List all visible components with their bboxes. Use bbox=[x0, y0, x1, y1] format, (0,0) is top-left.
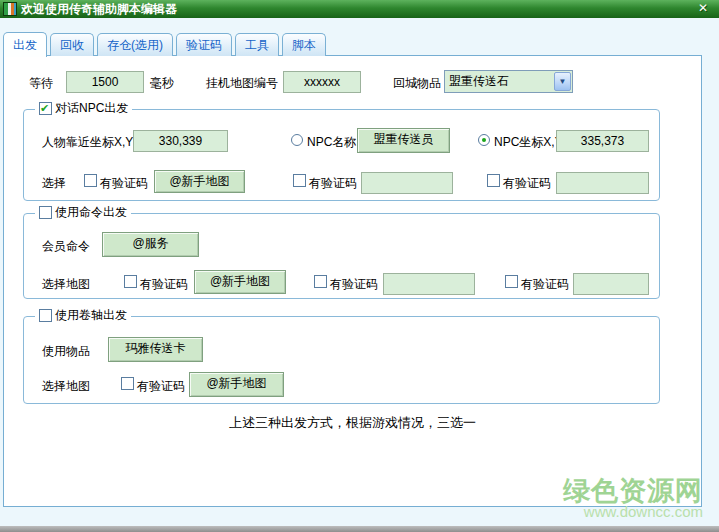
footer-note: 上述三种出发方式，根据游戏情况，三选一 bbox=[4, 414, 701, 432]
map-no-input[interactable]: xxxxxx bbox=[283, 71, 361, 93]
use-item-field[interactable]: 玛雅传送卡 bbox=[108, 337, 203, 362]
select-label: 选择 bbox=[42, 176, 66, 190]
script-editor-window: 欢迎使用传奇辅助脚本编辑器 ✕ 出发 回收 存仓(选用) 验证码 工具 脚本 等… bbox=[0, 0, 719, 532]
select-map-label: 选择地图 bbox=[42, 277, 90, 291]
captcha-label: 有验证码 bbox=[330, 277, 378, 291]
group-cmd-title: 使用命令出发 bbox=[55, 205, 127, 219]
wait-input[interactable]: 1500 bbox=[66, 71, 144, 93]
npc-xy-input[interactable]: 335,373 bbox=[556, 130, 649, 152]
npc-captcha2-checkbox[interactable] bbox=[293, 174, 306, 187]
group-cmd-legend: 使用命令出发 bbox=[35, 205, 131, 219]
captcha-label: 有验证码 bbox=[503, 176, 551, 190]
window-bottom-edge bbox=[0, 526, 719, 532]
tab-script[interactable]: 脚本 bbox=[282, 33, 326, 56]
npc-name-field[interactable]: 盟重传送员 bbox=[357, 128, 450, 153]
npc-captcha3-checkbox[interactable] bbox=[487, 174, 500, 187]
npc-captcha3-input[interactable] bbox=[556, 172, 649, 194]
cmd-map-button[interactable]: @新手地图 bbox=[194, 270, 286, 294]
cmd-captcha1-checkbox[interactable] bbox=[124, 275, 137, 288]
app-icon bbox=[3, 2, 17, 16]
cmd-captcha2-checkbox[interactable] bbox=[314, 275, 327, 288]
group-npc-title: 对话NPC出发 bbox=[55, 101, 128, 115]
group-scroll-depart: 使用卷轴出发 使用物品 玛雅传送卡 选择地图 有验证码 @新手地图 bbox=[23, 316, 660, 404]
command-depart-checkbox[interactable] bbox=[39, 206, 52, 219]
npc-xy-label: NPC坐标X,Y bbox=[494, 135, 563, 149]
cmd-captcha3-checkbox[interactable] bbox=[505, 275, 518, 288]
npc-xy-radio[interactable] bbox=[478, 134, 490, 146]
tab-storage[interactable]: 存仓(选用) bbox=[97, 33, 173, 56]
chevron-down-icon[interactable]: ▼ bbox=[554, 72, 571, 91]
title-bar: 欢迎使用传奇辅助脚本编辑器 ✕ bbox=[0, 0, 719, 18]
member-cmd-label: 会员命令 bbox=[42, 239, 90, 253]
tab-depart[interactable]: 出发 bbox=[3, 32, 47, 57]
tab-strip: 出发 回收 存仓(选用) 验证码 工具 脚本 bbox=[3, 31, 326, 56]
captcha-label: 有验证码 bbox=[100, 176, 148, 190]
captcha-label: 有验证码 bbox=[137, 379, 185, 393]
scroll-map-button[interactable]: @新手地图 bbox=[189, 372, 284, 397]
use-item-label: 使用物品 bbox=[42, 344, 90, 358]
npc-captcha1-checkbox[interactable] bbox=[84, 174, 97, 187]
close-icon[interactable]: ✕ bbox=[695, 0, 711, 17]
npc-name-label: NPC名称 bbox=[307, 135, 356, 149]
tab-captcha[interactable]: 验证码 bbox=[176, 33, 232, 56]
tab-tools[interactable]: 工具 bbox=[235, 33, 279, 56]
near-xy-label: 人物靠近坐标X,Y bbox=[42, 135, 133, 149]
cmd-captcha3-input[interactable] bbox=[573, 273, 649, 295]
captcha-label: 有验证码 bbox=[140, 277, 188, 291]
ms-label: 毫秒 bbox=[150, 76, 174, 90]
scroll-depart-checkbox[interactable] bbox=[39, 309, 52, 322]
group-npc-depart: 对话NPC出发 人物靠近坐标X,Y 330,339 NPC名称 盟重传送员 NP… bbox=[23, 109, 660, 201]
group-npc-legend: 对话NPC出发 bbox=[35, 101, 132, 115]
watermark-site-url: www.downcc.com bbox=[584, 503, 703, 520]
captcha-label: 有验证码 bbox=[309, 176, 357, 190]
near-xy-input[interactable]: 330,339 bbox=[133, 130, 228, 152]
cmd-captcha2-input[interactable] bbox=[383, 273, 475, 295]
group-scroll-title: 使用卷轴出发 bbox=[55, 308, 127, 322]
map-no-label: 挂机地图编号 bbox=[206, 76, 278, 90]
scroll-captcha-checkbox[interactable] bbox=[121, 377, 134, 390]
town-item-dropdown[interactable]: 盟重传送石 ▼ bbox=[444, 70, 573, 93]
town-item-label: 回城物品 bbox=[393, 76, 441, 90]
tab-recycle[interactable]: 回收 bbox=[50, 33, 94, 56]
captcha-label: 有验证码 bbox=[521, 277, 569, 291]
group-scroll-legend: 使用卷轴出发 bbox=[35, 308, 131, 322]
member-cmd-field[interactable]: @服务 bbox=[102, 232, 199, 257]
npc-captcha2-input[interactable] bbox=[361, 172, 453, 194]
npc-depart-checkbox[interactable] bbox=[39, 102, 52, 115]
select-map-label: 选择地图 bbox=[42, 379, 90, 393]
wait-label: 等待 bbox=[29, 76, 53, 90]
window-title: 欢迎使用传奇辅助脚本编辑器 bbox=[21, 0, 177, 18]
depart-tab-panel: 等待 1500 毫秒 挂机地图编号 xxxxxx 回城物品 盟重传送石 ▼ 对话… bbox=[3, 55, 702, 507]
npc-name-radio[interactable] bbox=[291, 134, 303, 146]
group-command-depart: 使用命令出发 会员命令 @服务 选择地图 有验证码 @新手地图 有验证码 有验证… bbox=[23, 213, 660, 299]
town-item-selected-value: 盟重传送石 bbox=[449, 71, 509, 92]
npc-map-button[interactable]: @新手地图 bbox=[154, 170, 245, 193]
